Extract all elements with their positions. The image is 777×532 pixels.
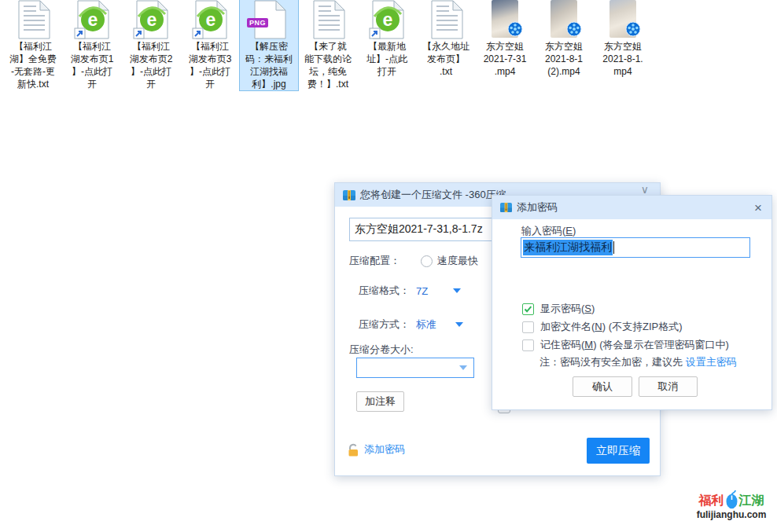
volume-size-label: 压缩分卷大小:	[349, 343, 414, 357]
password-input[interactable]: 来福利江湖找福利	[521, 237, 750, 258]
browser-shortcut-icon: e	[63, 0, 121, 39]
site-logo: 福利 江湖 fulijianghu.com	[690, 489, 773, 520]
file-label: 【最新地 址】-点此 打开	[358, 40, 416, 78]
remember-password-checkbox[interactable]	[522, 339, 534, 351]
media-player-badge-icon	[625, 21, 641, 40]
radio-fastest-speed[interactable]	[421, 255, 433, 267]
browser-shortcut-icon: e	[122, 0, 180, 39]
desktop-icon-link-3[interactable]: e 【福利江 湖发布页3 】-点此打 开	[181, 0, 239, 90]
dropdown-arrow-icon[interactable]	[453, 288, 461, 293]
config-label: 压缩配置：	[349, 254, 400, 268]
desktop-icon-txt-3[interactable]: 【永久地址 发布页】 .txt	[417, 0, 475, 78]
svg-text:e: e	[88, 9, 98, 30]
desktop-icon-link-1[interactable]: e 【福利江 湖发布页1 】-点此打 开	[63, 0, 121, 90]
password-dialog: 添加密码 × 输入密码(E) 来福利江湖找福利 显示密码(S) 加密文件名(N)…	[492, 195, 772, 410]
open-lock-icon	[348, 443, 360, 457]
desktop-icon-link-4[interactable]: e 【最新地 址】-点此 打开	[358, 0, 416, 78]
desktop-icon-txt-1[interactable]: 【福利江 湖】全免费 -无套路-更 新快.txt	[4, 0, 62, 90]
add-comment-button[interactable]: 加注释	[356, 391, 404, 412]
logo-url: fulijianghu.com	[690, 509, 773, 520]
logo-text-left: 福利	[699, 493, 724, 509]
show-password-label: 显示密码(S)	[540, 302, 595, 316]
set-master-password-link[interactable]: 设置主密码	[686, 356, 737, 368]
media-player-badge-icon	[566, 21, 582, 40]
file-label: 【解压密 码：来福利 江湖找福 利】.jpg	[240, 40, 298, 90]
text-file-icon	[4, 0, 62, 39]
volume-size-combobox[interactable]	[356, 358, 474, 378]
text-caret	[613, 241, 614, 254]
selected-password-text: 来福利江湖找福利	[523, 240, 613, 255]
cancel-button[interactable]: 取消	[639, 376, 698, 397]
file-label: 东方空姐 2021-7-31 .mp4	[476, 40, 534, 78]
password-dialog-title: 添加密码	[517, 200, 558, 215]
desktop-icon-link-2[interactable]: e 【福利江 湖发布页2 】-点此打 开	[122, 0, 180, 90]
desktop-icon-video-3[interactable]: 东方空姐 2021-8-1. mp4	[594, 0, 652, 78]
password-dialog-titlebar[interactable]: 添加密码 ×	[492, 196, 771, 219]
file-label: 【永久地址 发布页】 .txt	[417, 40, 475, 78]
format-value[interactable]: 7Z	[416, 285, 428, 297]
password-input-label: 输入密码(E)	[521, 224, 576, 238]
add-password-link[interactable]: 添加密码	[364, 442, 405, 457]
image-file-icon: PNG	[240, 0, 298, 39]
browser-shortcut-icon: e	[181, 0, 239, 39]
video-thumbnail	[551, 0, 577, 38]
desktop-icon-txt-2[interactable]: 【来了就 能下载的论 坛，纯免 费！】.txt	[299, 0, 357, 90]
method-value[interactable]: 标准	[416, 317, 436, 332]
confirm-button[interactable]: 确认	[573, 376, 632, 397]
dropdown-arrow-icon	[459, 365, 467, 370]
browser-shortcut-icon: e	[358, 0, 416, 39]
desktop-icon-video-1[interactable]: 东方空姐 2021-7-31 .mp4	[476, 0, 534, 78]
file-label: 【福利江 湖】全免费 -无套路-更 新快.txt	[4, 40, 62, 90]
config-option-label: 速度最快	[437, 254, 478, 268]
file-label: 【来了就 能下载的论 坛，纯免 费！】.txt	[299, 40, 357, 90]
svg-text:e: e	[206, 9, 216, 30]
media-player-badge-icon	[507, 21, 523, 40]
encrypt-filename-checkbox[interactable]	[522, 321, 534, 333]
encrypt-filename-label: 加密文件名(N) (不支持ZIP格式)	[540, 320, 683, 334]
file-label: 【福利江 湖发布页2 】-点此打 开	[122, 40, 180, 90]
video-thumbnail	[609, 0, 636, 38]
video-thumbnail	[492, 0, 518, 38]
collapse-chevron-icon[interactable]: ∨	[641, 183, 649, 196]
security-note: 注：密码没有安全加密，建议先 设置主密码	[539, 355, 737, 369]
file-label: 东方空姐 2021-8-1. mp4	[594, 40, 652, 78]
png-badge: PNG	[247, 18, 268, 28]
desktop-icon-image-selected[interactable]: PNG 【解压密 码：来福利 江湖找福 利】.jpg	[240, 0, 298, 90]
mouse-icon	[725, 489, 738, 509]
show-password-checkbox[interactable]	[522, 303, 534, 315]
format-label: 压缩格式：	[359, 284, 410, 298]
text-file-icon	[417, 0, 475, 39]
compress-now-button[interactable]: 立即压缩	[587, 438, 650, 464]
method-label: 压缩方式：	[359, 317, 410, 332]
main-dialog-title: 您将创建一个压缩文件 -360压缩	[360, 188, 506, 202]
app-360zip-icon	[500, 202, 512, 213]
desktop: 【福利江 湖】全免费 -无套路-更 新快.txt e 【福利江 湖发布页1 】-…	[0, 0, 777, 532]
app-360zip-icon	[343, 189, 355, 201]
remember-password-label: 记住密码(M) (将会显示在管理密码窗口中)	[540, 338, 729, 352]
close-icon[interactable]: ×	[753, 201, 764, 215]
logo-text-right: 江湖	[739, 493, 764, 509]
file-label: 【福利江 湖发布页1 】-点此打 开	[63, 40, 121, 90]
svg-text:e: e	[383, 9, 393, 30]
text-file-icon	[299, 0, 357, 39]
file-label: 【福利江 湖发布页3 】-点此打 开	[181, 40, 239, 90]
file-label: 东方空姐 2021-8-1 (2).mp4	[535, 40, 593, 78]
desktop-icon-video-2[interactable]: 东方空姐 2021-8-1 (2).mp4	[535, 0, 593, 78]
svg-text:e: e	[147, 9, 157, 30]
dropdown-arrow-icon[interactable]	[455, 322, 463, 327]
